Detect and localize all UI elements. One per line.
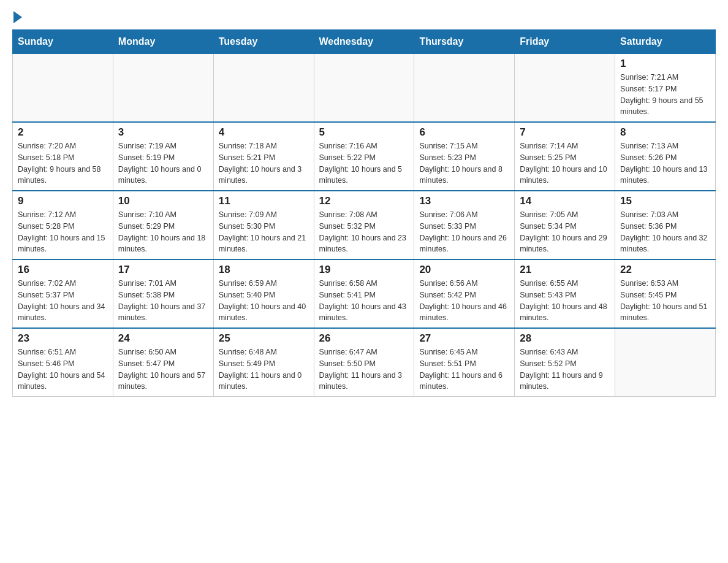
calendar-cell: 11Sunrise: 7:09 AMSunset: 5:30 PMDayligh… — [213, 191, 314, 259]
calendar-cell — [113, 54, 213, 123]
day-sun-info: Sunrise: 6:43 AMSunset: 5:52 PMDaylight:… — [520, 347, 610, 393]
day-number: 6 — [419, 126, 509, 139]
weekday-header-sunday: Sunday — [13, 30, 113, 54]
calendar-cell: 6Sunrise: 7:15 AMSunset: 5:23 PMDaylight… — [414, 122, 515, 191]
weekday-header-thursday: Thursday — [414, 30, 515, 54]
day-number: 3 — [118, 126, 208, 139]
calendar-cell: 7Sunrise: 7:14 AMSunset: 5:25 PMDaylight… — [515, 122, 615, 191]
calendar-cell: 1Sunrise: 7:21 AMSunset: 5:17 PMDaylight… — [615, 54, 716, 123]
weekday-header-saturday: Saturday — [615, 30, 716, 54]
day-number: 23 — [18, 332, 108, 345]
calendar-cell: 23Sunrise: 6:51 AMSunset: 5:46 PMDayligh… — [13, 328, 113, 397]
calendar-cell: 9Sunrise: 7:12 AMSunset: 5:28 PMDaylight… — [13, 191, 113, 259]
calendar-cell: 5Sunrise: 7:16 AMSunset: 5:22 PMDaylight… — [314, 122, 414, 191]
day-sun-info: Sunrise: 6:59 AMSunset: 5:40 PMDaylight:… — [219, 278, 309, 324]
day-number: 27 — [419, 332, 509, 345]
header — [12, 12, 716, 23]
day-sun-info: Sunrise: 7:01 AMSunset: 5:38 PMDaylight:… — [118, 278, 208, 324]
day-number: 22 — [620, 264, 710, 276]
day-sun-info: Sunrise: 6:56 AMSunset: 5:42 PMDaylight:… — [419, 278, 509, 324]
weekday-header-tuesday: Tuesday — [213, 30, 314, 54]
day-sun-info: Sunrise: 7:12 AMSunset: 5:28 PMDaylight:… — [18, 209, 108, 255]
calendar-week-row: 16Sunrise: 7:02 AMSunset: 5:37 PMDayligh… — [13, 259, 716, 328]
weekday-header-wednesday: Wednesday — [314, 30, 414, 54]
day-sun-info: Sunrise: 7:21 AMSunset: 5:17 PMDaylight:… — [620, 72, 710, 118]
day-sun-info: Sunrise: 6:58 AMSunset: 5:41 PMDaylight:… — [319, 278, 409, 324]
calendar-cell — [213, 54, 314, 123]
calendar-cell: 25Sunrise: 6:48 AMSunset: 5:49 PMDayligh… — [213, 328, 314, 397]
calendar-week-row: 1Sunrise: 7:21 AMSunset: 5:17 PMDaylight… — [13, 54, 716, 123]
day-number: 14 — [520, 195, 610, 207]
day-number: 4 — [219, 126, 309, 139]
calendar-cell: 8Sunrise: 7:13 AMSunset: 5:26 PMDaylight… — [615, 122, 716, 191]
day-number: 7 — [520, 126, 610, 139]
day-sun-info: Sunrise: 6:55 AMSunset: 5:43 PMDaylight:… — [520, 278, 610, 324]
day-sun-info: Sunrise: 7:03 AMSunset: 5:36 PMDaylight:… — [620, 209, 710, 255]
day-number: 2 — [18, 126, 108, 139]
calendar-cell: 14Sunrise: 7:05 AMSunset: 5:34 PMDayligh… — [515, 191, 615, 259]
day-number: 5 — [319, 126, 409, 139]
day-sun-info: Sunrise: 7:19 AMSunset: 5:19 PMDaylight:… — [118, 140, 208, 186]
day-number: 19 — [319, 264, 409, 276]
calendar-cell: 20Sunrise: 6:56 AMSunset: 5:42 PMDayligh… — [414, 259, 515, 328]
day-number: 1 — [620, 58, 710, 70]
calendar-cell: 22Sunrise: 6:53 AMSunset: 5:45 PMDayligh… — [615, 259, 716, 328]
calendar-cell: 27Sunrise: 6:45 AMSunset: 5:51 PMDayligh… — [414, 328, 515, 397]
weekday-header-friday: Friday — [515, 30, 615, 54]
calendar-cell: 17Sunrise: 7:01 AMSunset: 5:38 PMDayligh… — [113, 259, 213, 328]
calendar-cell — [615, 328, 716, 397]
calendar-cell — [314, 54, 414, 123]
day-sun-info: Sunrise: 7:05 AMSunset: 5:34 PMDaylight:… — [520, 209, 610, 255]
calendar-cell: 15Sunrise: 7:03 AMSunset: 5:36 PMDayligh… — [615, 191, 716, 259]
day-sun-info: Sunrise: 7:14 AMSunset: 5:25 PMDaylight:… — [520, 140, 610, 186]
day-number: 9 — [18, 195, 108, 207]
calendar-cell: 13Sunrise: 7:06 AMSunset: 5:33 PMDayligh… — [414, 191, 515, 259]
day-sun-info: Sunrise: 6:53 AMSunset: 5:45 PMDaylight:… — [620, 278, 710, 324]
calendar-week-row: 23Sunrise: 6:51 AMSunset: 5:46 PMDayligh… — [13, 328, 716, 397]
day-number: 26 — [319, 332, 409, 345]
calendar-cell: 10Sunrise: 7:10 AMSunset: 5:29 PMDayligh… — [113, 191, 213, 259]
day-sun-info: Sunrise: 7:15 AMSunset: 5:23 PMDaylight:… — [419, 140, 509, 186]
day-sun-info: Sunrise: 6:48 AMSunset: 5:49 PMDaylight:… — [219, 347, 309, 393]
day-sun-info: Sunrise: 7:08 AMSunset: 5:32 PMDaylight:… — [319, 209, 409, 255]
day-sun-info: Sunrise: 6:50 AMSunset: 5:47 PMDaylight:… — [118, 347, 208, 393]
day-number: 15 — [620, 195, 710, 207]
day-number: 17 — [118, 264, 208, 276]
calendar-cell: 12Sunrise: 7:08 AMSunset: 5:32 PMDayligh… — [314, 191, 414, 259]
day-sun-info: Sunrise: 7:18 AMSunset: 5:21 PMDaylight:… — [219, 140, 309, 186]
calendar-table: SundayMondayTuesdayWednesdayThursdayFrid… — [12, 29, 716, 397]
calendar-cell: 19Sunrise: 6:58 AMSunset: 5:41 PMDayligh… — [314, 259, 414, 328]
calendar-cell: 18Sunrise: 6:59 AMSunset: 5:40 PMDayligh… — [213, 259, 314, 328]
calendar-cell: 21Sunrise: 6:55 AMSunset: 5:43 PMDayligh… — [515, 259, 615, 328]
day-number: 11 — [219, 195, 309, 207]
calendar-cell: 16Sunrise: 7:02 AMSunset: 5:37 PMDayligh… — [13, 259, 113, 328]
calendar-cell: 4Sunrise: 7:18 AMSunset: 5:21 PMDaylight… — [213, 122, 314, 191]
calendar-cell: 28Sunrise: 6:43 AMSunset: 5:52 PMDayligh… — [515, 328, 615, 397]
calendar-cell: 24Sunrise: 6:50 AMSunset: 5:47 PMDayligh… — [113, 328, 213, 397]
day-number: 18 — [219, 264, 309, 276]
weekday-header-row: SundayMondayTuesdayWednesdayThursdayFrid… — [13, 30, 716, 54]
calendar-cell — [13, 54, 113, 123]
calendar-cell — [515, 54, 615, 123]
weekday-header-monday: Monday — [113, 30, 213, 54]
day-number: 24 — [118, 332, 208, 345]
day-number: 20 — [419, 264, 509, 276]
day-sun-info: Sunrise: 7:06 AMSunset: 5:33 PMDaylight:… — [419, 209, 509, 255]
calendar-cell: 3Sunrise: 7:19 AMSunset: 5:19 PMDaylight… — [113, 122, 213, 191]
day-number: 10 — [118, 195, 208, 207]
day-sun-info: Sunrise: 7:16 AMSunset: 5:22 PMDaylight:… — [319, 140, 409, 186]
calendar-week-row: 9Sunrise: 7:12 AMSunset: 5:28 PMDaylight… — [13, 191, 716, 259]
day-sun-info: Sunrise: 7:20 AMSunset: 5:18 PMDaylight:… — [18, 140, 108, 186]
day-sun-info: Sunrise: 7:02 AMSunset: 5:37 PMDaylight:… — [18, 278, 108, 324]
day-number: 25 — [219, 332, 309, 345]
day-sun-info: Sunrise: 6:45 AMSunset: 5:51 PMDaylight:… — [419, 347, 509, 393]
calendar-cell — [414, 54, 515, 123]
day-sun-info: Sunrise: 6:51 AMSunset: 5:46 PMDaylight:… — [18, 347, 108, 393]
calendar-cell: 2Sunrise: 7:20 AMSunset: 5:18 PMDaylight… — [13, 122, 113, 191]
day-sun-info: Sunrise: 7:10 AMSunset: 5:29 PMDaylight:… — [118, 209, 208, 255]
day-number: 13 — [419, 195, 509, 207]
day-sun-info: Sunrise: 7:09 AMSunset: 5:30 PMDaylight:… — [219, 209, 309, 255]
day-number: 8 — [620, 126, 710, 139]
day-number: 12 — [319, 195, 409, 207]
calendar-cell: 26Sunrise: 6:47 AMSunset: 5:50 PMDayligh… — [314, 328, 414, 397]
